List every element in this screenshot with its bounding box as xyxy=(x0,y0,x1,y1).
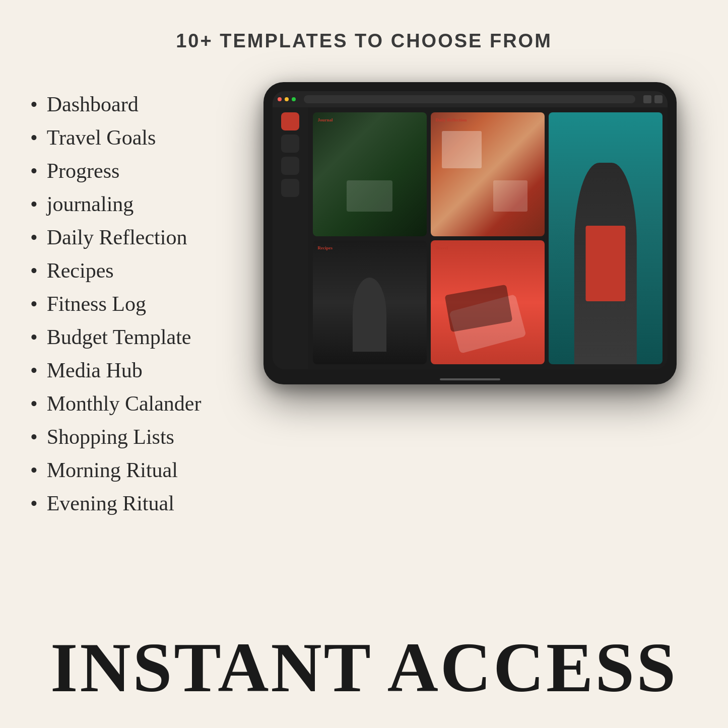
tablet-screen: Journal Daily Reflection xyxy=(273,91,668,369)
list-item: Daily Reflection xyxy=(30,225,222,249)
grid-cell-recipes[interactable]: Recipes xyxy=(313,240,427,364)
list-item: Monthly Calander xyxy=(30,391,222,416)
list-item: Morning Ritual xyxy=(30,458,222,482)
close-dot xyxy=(278,97,282,101)
template-list: DashboardTravel GoalsProgressjournalingD… xyxy=(30,82,222,524)
list-item: Dashboard xyxy=(30,92,222,116)
list-item: Media Hub xyxy=(30,358,222,382)
page-container: 10+ TEMPLATES TO CHOOSE FROM DashboardTr… xyxy=(0,0,728,728)
tablet-grid: Journal Daily Reflection xyxy=(313,112,663,364)
tablet-topbar xyxy=(273,91,668,107)
list-item: Recipes xyxy=(30,258,222,283)
grid-cell-journal[interactable]: Journal xyxy=(313,112,427,236)
content-area: DashboardTravel GoalsProgressjournalingD… xyxy=(0,82,728,602)
grid-cell-travel[interactable]: Travel xyxy=(431,240,545,364)
settings-icon xyxy=(654,95,663,103)
instant-access-section: INSTANT ACCESS xyxy=(0,602,728,728)
list-item: Progress xyxy=(30,159,222,183)
tablet-outer: Journal Daily Reflection xyxy=(263,82,677,384)
sidebar-icon-pages[interactable] xyxy=(281,135,299,153)
tablet-sidebar xyxy=(273,107,308,369)
minimize-dot xyxy=(285,97,289,101)
list-item: Fitness Log xyxy=(30,292,222,316)
tablet-content: Journal Daily Reflection xyxy=(273,107,668,369)
sidebar-icon-settings[interactable] xyxy=(281,179,299,197)
url-bar xyxy=(304,95,635,103)
cell-label-4: Recipes xyxy=(318,245,333,250)
cell-label-5: Travel xyxy=(436,245,448,250)
list-item: Shopping Lists xyxy=(30,425,222,449)
person-shirt xyxy=(585,226,625,301)
page-title: 10+ TEMPLATES TO CHOOSE FROM xyxy=(176,30,552,52)
tablet-wrapper: Journal Daily Reflection xyxy=(263,82,677,384)
expand-dot xyxy=(292,97,296,101)
tablet-main: Journal Daily Reflection xyxy=(308,107,668,369)
topbar-icons xyxy=(643,95,663,103)
list-item: Travel Goals xyxy=(30,125,222,150)
list-item: Budget Template xyxy=(30,325,222,349)
grid-cell-person[interactable] xyxy=(549,112,663,364)
cell-label-1: Journal xyxy=(318,117,333,122)
sidebar-icon-media[interactable] xyxy=(281,157,299,175)
tablet-home-bar xyxy=(440,378,500,380)
list-item: Evening Ritual xyxy=(30,491,222,515)
list-item: journaling xyxy=(30,192,222,216)
tablet-area: Journal Daily Reflection xyxy=(242,82,698,384)
share-icon xyxy=(643,95,651,103)
grid-cell-daily-reflection[interactable]: Daily Reflection xyxy=(431,112,545,236)
instant-access-text: INSTANT ACCESS xyxy=(0,632,728,703)
sidebar-icon-home[interactable] xyxy=(281,112,299,130)
cell-label-2: Daily Reflection xyxy=(436,117,467,122)
